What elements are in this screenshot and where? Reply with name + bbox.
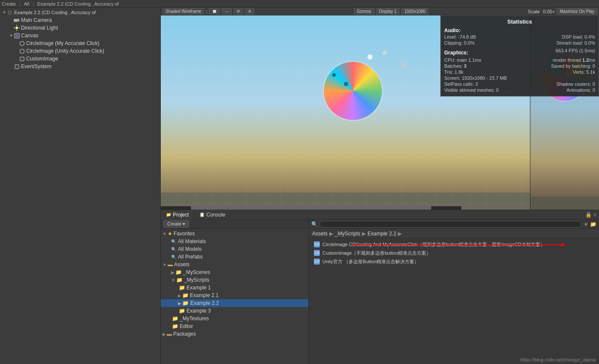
- scale-label: Scale: [528, 9, 540, 14]
- svg-point-10: [20, 49, 24, 53]
- red-annotation-line: [352, 244, 565, 245]
- panel-menu-icon[interactable]: ≡: [593, 212, 596, 218]
- maximize-btn[interactable]: Maximize On Play: [557, 8, 597, 15]
- toolbar-icon2[interactable]: ↔: [222, 8, 232, 15]
- watermark: https://blog.csdn.net/chongzi_daima: [520, 357, 596, 362]
- window-title: Example 2.2 (CD Cooling , Accuracy of: [37, 1, 119, 6]
- ex22-folder: 📁: [182, 300, 189, 306]
- resolution-btn[interactable]: 1920x1080: [401, 8, 429, 15]
- breadcrumb-example22[interactable]: Example 2.2: [367, 231, 396, 237]
- project-myscenes[interactable]: ▶ 📁 _MyScenes: [161, 268, 308, 276]
- stats-render-label: render thread 1.2ms: [553, 57, 595, 63]
- project-left-panel: Create ▾ ▼ ★ Favorites 🔍 All Materials: [161, 220, 309, 364]
- project-all-materials[interactable]: 🔍 All Materials: [161, 238, 308, 245]
- favorites-label: Favorites: [174, 231, 195, 237]
- hierarchy-content: ▼ ⬡ Example 2.2 (CD Cooling , Accuracy o…: [0, 8, 160, 364]
- hierarchy-item-circle-my[interactable]: CircleImage (My Accurate Click): [0, 39, 160, 47]
- stats-clipping: Clipping: 0.0%: [444, 40, 475, 45]
- breadcrumb-assets[interactable]: Assets: [312, 231, 328, 237]
- hierarchy-item-event-system[interactable]: EventSystem: [0, 63, 160, 70]
- stats-cpu: CPU: main 1.1ms: [444, 57, 481, 63]
- bottom-tabs: 📁 Project 📋 Console 🔒 ≡: [161, 210, 599, 220]
- search-star-icon[interactable]: ★: [584, 221, 588, 227]
- panel-lock-icon[interactable]: 🔒: [585, 212, 592, 218]
- ball1: [367, 54, 373, 60]
- project-tree: ▼ ★ Favorites 🔍 All Materials 🔍 All Mode…: [161, 229, 308, 339]
- ground-right: [530, 197, 599, 210]
- hierarchy-item-custom-image[interactable]: CustomImage: [0, 55, 160, 63]
- stats-level-row: Level: -74.8 dB DSP load: 0.4%: [444, 34, 595, 39]
- stats-saved: Saved by batching: 0: [551, 63, 595, 69]
- tab-console-label: Console: [206, 212, 225, 218]
- breadcrumb-myscripts[interactable]: _MyScripts: [335, 231, 360, 237]
- assets-arrow: ▼: [163, 262, 167, 267]
- giznos-btn[interactable]: Gizmos: [354, 8, 374, 15]
- scrollbar-thumb: [191, 206, 431, 210]
- event-system-label: EventSystem: [21, 63, 51, 69]
- scene-area: Shaded Wireframe | 🔲 ↔ ⟳ ✕ Gizmos Displa…: [161, 8, 599, 364]
- toolbar-icon1[interactable]: 🔲: [209, 8, 220, 15]
- all-models-label: All Models: [178, 246, 202, 252]
- toolbar-icon3[interactable]: ⟳: [234, 8, 243, 15]
- tab-project[interactable]: 📁 Project: [161, 210, 194, 220]
- file-icon-custom: C#: [314, 250, 320, 256]
- all-materials-label: All Materials: [178, 238, 206, 244]
- search-input[interactable]: [319, 221, 582, 228]
- stats-shadow: Shadow casters: 0: [557, 81, 596, 87]
- search-mod-icon: 🔍: [171, 247, 176, 252]
- project-favorites-header[interactable]: ▼ ★ Favorites: [161, 230, 308, 238]
- file-item-unity[interactable]: C# Unity官方 （多边形Button精准点击解决方案）: [312, 257, 596, 266]
- project-assets-header[interactable]: ▼ ▬ Assets: [161, 261, 308, 268]
- project-packages-header[interactable]: ▶ ▬ Packages: [161, 330, 308, 338]
- project-example22[interactable]: ▶ 📁 Example 2.2: [161, 299, 308, 307]
- project-all-models[interactable]: 🔍 All Models: [161, 245, 308, 253]
- project-example1[interactable]: 📁 Example 1: [161, 284, 308, 292]
- circle-inner: [324, 62, 382, 120]
- tab-project-label: Project: [173, 212, 189, 218]
- create-button[interactable]: Create ▾: [163, 220, 189, 228]
- canvas-icon: [14, 33, 20, 39]
- stats-cpu-row: CPU: main 1.1ms render thread 1.2ms: [444, 57, 595, 63]
- project-editor[interactable]: 📁 Editor: [161, 322, 308, 330]
- file-item-custom[interactable]: C# CustomImage（不规则多边形button精准点击方案）: [312, 249, 596, 257]
- stats-dsp: DSP load: 0.4%: [562, 34, 595, 39]
- search-folder-icon[interactable]: 📁: [590, 221, 596, 227]
- project-example3[interactable]: 📁 Example 3: [161, 307, 308, 315]
- stats-visible: Visible skinned meshes: 0: [444, 87, 499, 93]
- stats-tris: Tris: 1.8k: [444, 69, 464, 75]
- watermark-text: https://blog.csdn.net/chongzi_daima: [520, 357, 596, 362]
- stats-anim: Animations: 0: [566, 87, 595, 93]
- root-arrow: ▼: [2, 10, 7, 15]
- project-all-prefabs[interactable]: 🔍 All Prefabs: [161, 253, 308, 261]
- console-tab-icon: 📋: [199, 212, 205, 217]
- hierarchy-item-canvas[interactable]: ▼ Canvas: [0, 32, 160, 39]
- directional-light-label: Directional Light: [21, 25, 58, 31]
- custom-image-label: CustomImage: [26, 56, 58, 62]
- panel-controls: 🔒 ≡: [585, 212, 599, 218]
- bottom-area: 📁 Project 📋 Console 🔒 ≡: [161, 210, 599, 364]
- tab-console[interactable]: 📋 Console: [194, 210, 231, 220]
- top-toolbar-text: Create: [2, 1, 16, 6]
- scale-value: 0.05+: [543, 9, 555, 14]
- hierarchy-item-directional-light[interactable]: Directional Light: [0, 24, 160, 32]
- event-icon: [14, 63, 20, 69]
- svg-rect-11: [20, 57, 24, 61]
- shading-mode[interactable]: Shaded Wireframe: [163, 8, 204, 15]
- hierarchy-item-main-camera[interactable]: Main Camera: [0, 16, 160, 24]
- ball3: [401, 62, 407, 68]
- circle-unity-label: CircleImage (Unity Accurate Click): [26, 48, 104, 54]
- project-mytextures[interactable]: 📁 _MyTextures: [161, 315, 308, 322]
- project-myscripts[interactable]: ▼ 📁 _MyScripts: [161, 276, 308, 284]
- scene-viewport[interactable]: Statistics Audio: Level: -74.8 dB DSP lo…: [161, 15, 599, 210]
- top-toolbar: Create | All | Example 2.2 (CD Cooling ,…: [0, 0, 599, 8]
- display-btn[interactable]: Display 1: [376, 8, 400, 15]
- hierarchy-root[interactable]: ▼ ⬡ Example 2.2 (CD Cooling , Accuracy o…: [0, 9, 160, 16]
- project-search-bar: 🔍 ★ 📁: [309, 220, 599, 229]
- file-icon-unity: C#: [314, 259, 320, 265]
- ex21-folder: 📁: [182, 292, 189, 298]
- camera-icon: [14, 18, 20, 22]
- hierarchy-item-circle-unity[interactable]: CircleImage (Unity Accurate Click): [0, 47, 160, 55]
- project-example21[interactable]: ▶ 📁 Example 2.1: [161, 292, 308, 299]
- scene-scrollbar[interactable]: [161, 206, 461, 210]
- toolbar-icon4[interactable]: ✕: [245, 8, 254, 15]
